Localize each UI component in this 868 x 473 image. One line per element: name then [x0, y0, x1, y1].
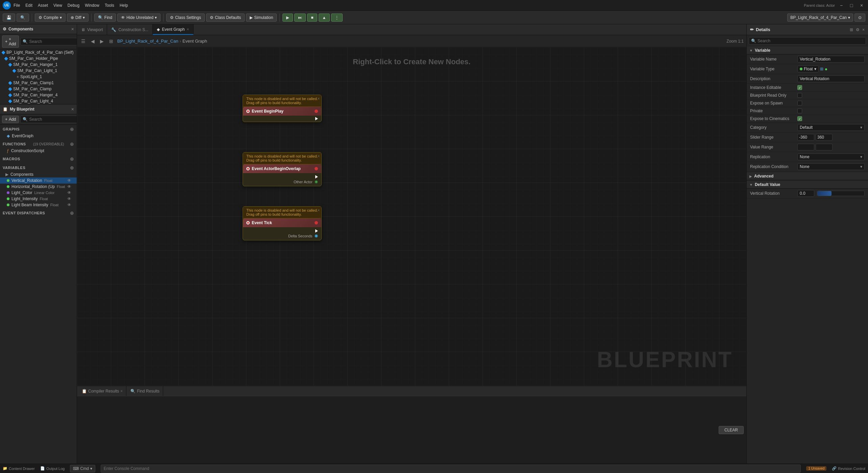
bp-section-functions-header[interactable]: FUNCTIONS (19 OVERRIDABLE) ⊕ — [0, 140, 77, 148]
bp-item-light-intensity[interactable]: Light_Intensity Float 👁 — [0, 196, 77, 202]
bp-item-vertical-rotation[interactable]: Vertical_Rotation Float 👁 — [0, 178, 77, 184]
bp-functions-add[interactable]: ⊕ — [70, 141, 74, 147]
component-item-light4[interactable]: 🔷 SM_Par_Can_Light_4 — [0, 98, 77, 104]
detail-slider-range-max[interactable] — [816, 134, 833, 141]
breadcrumb-bp-link[interactable]: BP_Light_Rack_of_4_Par_Can — [117, 39, 178, 44]
tab-event-graph-close[interactable]: × — [187, 27, 189, 32]
build-button[interactable]: ▲ — [319, 14, 330, 22]
component-item-clamp[interactable]: 🔷 SM_Par_Can_Clamp — [0, 86, 77, 92]
hide-unrelated-button[interactable]: 👁 Hide Unrelated ▾ — [117, 14, 160, 22]
node-event-tick[interactable]: This node is disabled and will not be ca… — [243, 206, 322, 240]
options-button[interactable]: ⋮ — [331, 14, 343, 22]
minimize-button[interactable]: − — [838, 2, 845, 9]
component-item-self[interactable]: 🔷 BP_Light_Rack_of_4_Par_Can (Self) — [0, 49, 77, 55]
bp-item-constructionscript[interactable]: ƒ ConstructionScript — [0, 148, 77, 154]
graph-nav-back[interactable]: ◀ — [90, 38, 96, 45]
menu-file[interactable]: File — [14, 3, 20, 8]
detail-connect-icon[interactable]: ⊞ — [820, 67, 823, 71]
details-grid-icon[interactable]: ⊞ — [850, 27, 853, 32]
horizontal-rotation-eye-icon[interactable]: 👁 — [67, 184, 71, 189]
node-begin-play-output-pin[interactable] — [315, 117, 318, 120]
detail-vertical-rotation-default-input[interactable] — [797, 190, 814, 197]
bp-action-button[interactable]: ⊙ — [854, 14, 865, 22]
clear-button[interactable]: CLEAR — [719, 426, 744, 434]
bp-item-components-group[interactable]: ▶ Components — [0, 171, 77, 178]
menu-tools[interactable]: Tools — [105, 3, 114, 8]
details-search-input[interactable] — [758, 39, 864, 43]
detail-category-dropdown[interactable]: Default ▾ — [797, 124, 865, 131]
class-defaults-button[interactable]: ⚙ Class Defaults — [206, 14, 245, 22]
bp-section-macros-header[interactable]: MACROS ⊕ — [0, 155, 77, 163]
details-settings-icon[interactable]: ⚙ — [856, 27, 860, 32]
detail-value-range-max[interactable] — [816, 144, 833, 150]
bp-item-horizontal-rotation[interactable]: Horizontal_Rotation (Up Float 👁 — [0, 184, 77, 190]
graph-nav-menu[interactable]: ☰ — [80, 38, 87, 45]
component-item-hanger4[interactable]: 🔷 SM_Par_Can_Hanger_4 — [0, 92, 77, 98]
save-button[interactable]: 💾 — [3, 14, 15, 22]
details-advanced-header[interactable]: ▶ Advanced — [747, 172, 868, 180]
bp-item-eventgraph[interactable]: ◆ EventGraph — [0, 133, 77, 139]
close-button[interactable]: × — [858, 2, 865, 9]
node-actor-begin-overlap[interactable]: This node is disabled and will not be ca… — [243, 152, 322, 186]
diff-dropdown-icon[interactable]: ▾ — [83, 15, 85, 20]
node-overlap-output-pin[interactable] — [315, 175, 318, 179]
node-tick-close[interactable]: × — [318, 208, 320, 213]
component-item-spotlight1[interactable]: ☀ SpotLight_1 — [0, 74, 77, 80]
detail-variable-name-input[interactable] — [797, 56, 865, 63]
menu-debug[interactable]: Debug — [68, 3, 79, 8]
detail-instance-editable-checkbox[interactable]: ✓ — [797, 85, 802, 90]
play-button[interactable]: ▶ — [282, 14, 293, 22]
bp-item-light-color[interactable]: Light_Color Linear Color 👁 — [0, 190, 77, 196]
menu-help[interactable]: Help — [120, 3, 128, 8]
bp-variables-add[interactable]: ⊕ — [70, 165, 74, 170]
stop-button[interactable]: ■ — [307, 14, 317, 22]
detail-private-checkbox[interactable] — [797, 109, 802, 113]
detail-replication-condition-dropdown[interactable]: None ▾ — [797, 163, 865, 170]
node-begin-play-close[interactable]: × — [318, 96, 320, 101]
node-tick-output-pin[interactable] — [315, 229, 318, 233]
my-blueprint-add-button[interactable]: + Add — [2, 116, 19, 123]
bottom-tab-compiler-close[interactable]: × — [120, 389, 123, 394]
bp-section-event-dispatchers-header[interactable]: EVENT DISPATCHERS ⊕ — [0, 209, 77, 217]
menu-window[interactable]: Window — [85, 3, 99, 8]
node-overlap-other-actor-circle[interactable] — [315, 180, 318, 184]
bp-macros-add[interactable]: ⊕ — [70, 156, 74, 162]
node-begin-play[interactable]: This node is disabled and will not be ca… — [243, 95, 322, 122]
component-item-hanger1[interactable]: 🔷 SM_Par_Can_Hanger_1 — [0, 62, 77, 68]
my-blueprint-close-button[interactable]: × — [71, 107, 74, 112]
detail-description-input[interactable] — [797, 75, 865, 82]
details-variable-header[interactable]: ▼ Variable — [747, 47, 868, 54]
bp-section-graphs-header[interactable]: GRAPHS ⊕ — [0, 125, 77, 133]
components-search-input[interactable] — [29, 39, 77, 44]
console-input[interactable] — [101, 465, 801, 473]
compile-dropdown-icon[interactable]: ▾ — [60, 15, 62, 20]
details-close-icon[interactable]: × — [862, 27, 865, 32]
bp-item-light-beam-intensity[interactable]: Light Beam Intensity Float 👁 — [0, 202, 77, 208]
my-blueprint-search-input[interactable] — [29, 117, 77, 122]
cmd-label[interactable]: ⌨ Cmd ▾ — [70, 465, 95, 472]
tab-viewport[interactable]: 🖥 Viewport — [77, 24, 107, 35]
my-blueprint-search[interactable]: 🔍 — [20, 116, 77, 123]
light-beam-intensity-eye-icon[interactable]: 👁 — [67, 203, 71, 207]
graph-grid-icon[interactable]: ⊞ — [108, 38, 115, 45]
status-revision-control[interactable]: 🔗 Revision Control — [832, 466, 865, 471]
simulation-button[interactable]: ▶ Simulation — [246, 14, 277, 22]
graph-canvas[interactable]: Right-Click to Create New Nodes. This no… — [77, 47, 746, 386]
component-item-light1[interactable]: 🔷 SM_Par_Can_Light_1 — [0, 68, 77, 74]
diff-button[interactable]: ⊕ Diff ▾ — [67, 14, 89, 22]
menu-asset[interactable]: Asset — [38, 3, 48, 8]
bottom-tab-find-results[interactable]: 🔍 Find Results — [127, 386, 163, 396]
skip-button[interactable]: ⏭ — [294, 14, 306, 22]
detail-expose-spawn-checkbox[interactable] — [797, 101, 802, 105]
bp-graphs-add[interactable]: ⊕ — [70, 126, 74, 132]
bp-section-variables-header[interactable]: VARIABLES ⊕ — [0, 164, 77, 171]
status-content-drawer[interactable]: 📁 Content Drawer — [3, 466, 35, 471]
node-tick-delta-circle[interactable] — [315, 234, 318, 238]
hide-unrelated-dropdown[interactable]: ▾ — [155, 15, 157, 20]
graph-nav-forward[interactable]: ▶ — [99, 38, 105, 45]
compile-button[interactable]: ⚙ Compile ▾ — [35, 14, 66, 22]
light-color-eye-icon[interactable]: 👁 — [67, 190, 71, 195]
light-intensity-eye-icon[interactable]: 👁 — [67, 196, 71, 201]
bp-event-dispatchers-add[interactable]: ⊕ — [70, 210, 74, 216]
components-search[interactable]: 🔍 — [20, 38, 77, 45]
